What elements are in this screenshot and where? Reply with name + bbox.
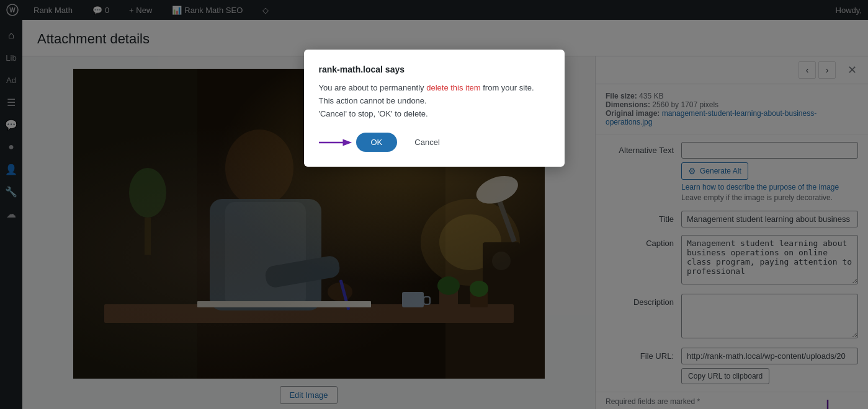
dialog-line2: This action cannot be undone. (319, 95, 550, 108)
dialog-message: You are about to permanently delete this… (319, 82, 550, 120)
dialog-buttons: OK Cancel (319, 133, 550, 152)
svg-marker-30 (342, 139, 352, 146)
dialog-box: rank-math.local says You are about to pe… (304, 50, 565, 167)
dialog-line1-prefix: You are about to permanently (319, 83, 427, 92)
dialog-overlay: rank-math.local says You are about to pe… (0, 0, 868, 409)
dialog-title: rank-math.local says (319, 64, 550, 74)
dialog-line1-suffix: from your site. (481, 83, 534, 92)
dialog-arrow-indicator (319, 136, 353, 149)
dialog-cancel-button[interactable]: Cancel (405, 133, 449, 152)
dialog-line1: You are about to permanently delete this… (319, 82, 550, 95)
dialog-highlight: delete this item (426, 83, 480, 92)
dialog-line3: 'Cancel' to stop, 'OK' to delete. (319, 108, 550, 121)
dialog-ok-button[interactable]: OK (356, 133, 398, 152)
